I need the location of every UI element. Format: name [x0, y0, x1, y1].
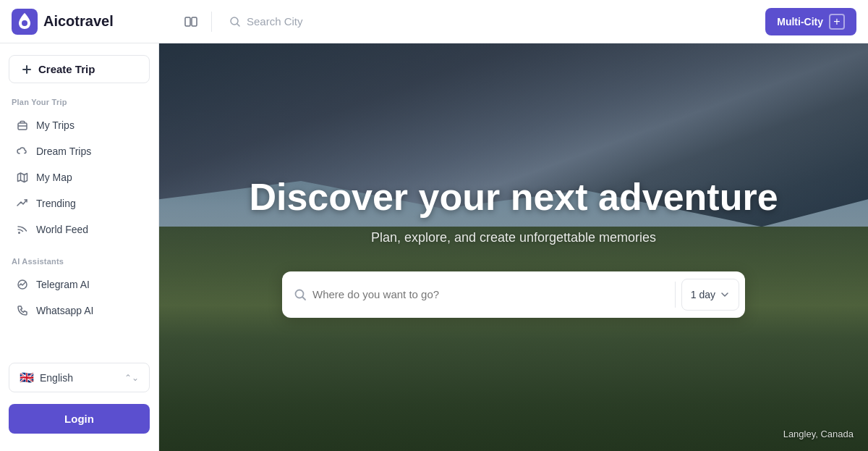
svg-rect-3	[192, 17, 197, 26]
hero-content: Discover your next adventure Plan, explo…	[159, 43, 868, 451]
svg-rect-2	[185, 17, 190, 26]
sidebar-item-my-trips[interactable]: My Trips	[4, 112, 154, 138]
message-circle-icon	[16, 278, 29, 291]
main-content: Discover your next adventure Plan, explo…	[159, 43, 868, 451]
trending-up-icon	[16, 197, 29, 210]
header: Aicotravel Search City Multi-City +	[0, 0, 868, 43]
sidebar-item-whatsapp[interactable]: Whatsapp AI	[4, 298, 154, 324]
layout: Create Trip Plan Your Trip My Trips Drea…	[0, 43, 868, 451]
search-bar-divider	[675, 282, 676, 308]
header-search-text: Search City	[247, 15, 303, 28]
logo-text: Aicotravel	[43, 13, 114, 30]
svg-point-1	[22, 20, 27, 26]
hero-search-bar: 1 day	[282, 271, 745, 318]
svg-point-8	[296, 290, 304, 298]
location-badge: Langley, Canada	[783, 429, 854, 439]
sidebar-item-trending-label: Trending	[36, 198, 76, 209]
sidebar-item-telegram[interactable]: Telegram AI	[4, 271, 154, 298]
sidebar-item-world-feed-label: World Feed	[36, 224, 88, 235]
map-icon	[16, 171, 29, 184]
multi-city-plus-icon: +	[829, 14, 845, 30]
create-trip-button[interactable]: Create Trip	[9, 55, 150, 83]
header-right: Multi-City +	[765, 8, 856, 35]
language-selector[interactable]: 🇬🇧 English ⌃⌄	[9, 363, 150, 392]
sidebar-toggle-icon	[184, 14, 198, 29]
sidebar-item-dream-trips-label: Dream Trips	[36, 146, 91, 157]
duration-label: 1 day	[691, 289, 715, 300]
phone-icon	[16, 304, 29, 317]
logo: Aicotravel	[12, 9, 171, 35]
header-search-icon	[229, 16, 241, 28]
sidebar-toggle-button[interactable]	[179, 10, 203, 33]
duration-select[interactable]: 1 day	[681, 279, 739, 311]
login-label: Login	[64, 413, 94, 425]
header-divider	[211, 12, 212, 32]
logo-icon	[12, 9, 38, 35]
hero-search-icon	[294, 288, 307, 301]
cloud-icon	[16, 145, 29, 158]
chevron-icon: ⌃⌄	[124, 373, 139, 383]
login-button[interactable]: Login	[9, 404, 150, 434]
sidebar-item-whatsapp-label: Whatsapp AI	[36, 305, 93, 316]
hero-search-input[interactable]	[312, 288, 669, 300]
hero-title: Discover your next adventure	[249, 177, 778, 218]
sidebar-item-my-map-label: My Map	[36, 172, 72, 183]
sidebar-item-my-trips-label: My Trips	[36, 119, 75, 131]
plan-section-label: Plan Your Trip	[0, 98, 158, 112]
sidebar-item-world-feed[interactable]: World Feed	[4, 216, 154, 243]
multi-city-button[interactable]: Multi-City +	[765, 8, 856, 35]
sidebar: Create Trip Plan Your Trip My Trips Drea…	[0, 43, 159, 451]
multi-city-label: Multi-City	[777, 16, 823, 28]
sidebar-item-my-map[interactable]: My Map	[4, 164, 154, 190]
svg-point-6	[18, 232, 20, 234]
language-label: English	[40, 372, 73, 384]
rss-icon	[16, 223, 29, 236]
sidebar-item-dream-trips[interactable]: Dream Trips	[4, 138, 154, 164]
hero-subtitle: Plan, explore, and create unforgettable …	[371, 230, 656, 245]
header-search[interactable]: Search City	[221, 15, 757, 28]
create-trip-label: Create Trip	[38, 63, 95, 75]
briefcase-icon	[16, 119, 29, 132]
ai-section-label: AI Assistants	[0, 257, 158, 271]
duration-chevron-icon	[720, 290, 730, 300]
sidebar-item-telegram-label: Telegram AI	[36, 279, 90, 290]
plus-icon	[21, 64, 33, 75]
language-flag: 🇬🇧	[20, 371, 34, 384]
sidebar-item-trending[interactable]: Trending	[4, 190, 154, 216]
